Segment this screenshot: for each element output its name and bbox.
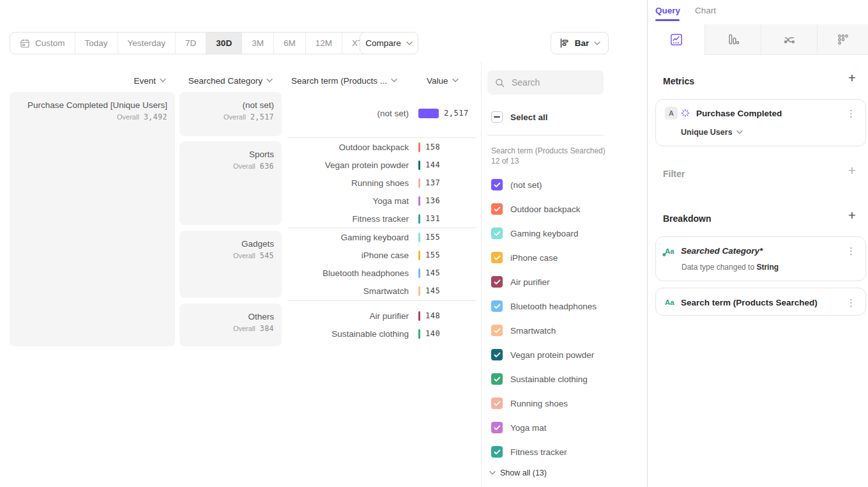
checkbox-air-purifier[interactable] bbox=[491, 276, 503, 288]
filter-item-label: Smartwatch bbox=[510, 326, 556, 336]
calendar-icon bbox=[20, 38, 30, 49]
filter-item-smartwatch[interactable]: Smartwatch bbox=[487, 323, 556, 338]
checkbox-vegan-protein-powder[interactable] bbox=[491, 349, 503, 360]
checkbox-bluetooth-headphones[interactable] bbox=[491, 300, 503, 312]
search-box bbox=[487, 70, 604, 95]
metric-options-icon[interactable]: ⋮ bbox=[844, 107, 858, 120]
row-value: 2,517 bbox=[444, 109, 469, 118]
show-all-button[interactable]: Show all (13) bbox=[489, 468, 547, 477]
table-row-vegan-protein-powder[interactable]: Vegan protein powder144 bbox=[287, 156, 479, 174]
column-header-search-term[interactable]: Search term (Products ... bbox=[291, 75, 397, 86]
date-range-label: 12M bbox=[316, 38, 332, 48]
category-cell-not-set[interactable]: (not set)Overall2,517 bbox=[179, 92, 282, 136]
bar-chart-icon bbox=[559, 38, 570, 49]
filter-item-sustainable-clothing[interactable]: Sustainable clothing bbox=[487, 371, 588, 387]
table-row-running-shoes[interactable]: Running shoes137 bbox=[287, 174, 479, 192]
table-row-bluetooth-headphones[interactable]: Bluetooth headphones145 bbox=[287, 264, 479, 282]
checkbox-yoga-mat[interactable] bbox=[491, 422, 503, 433]
add-breakdown-button[interactable]: + bbox=[847, 210, 857, 221]
viz-tab-flows[interactable] bbox=[761, 24, 817, 55]
date-range-3m[interactable]: 3M bbox=[242, 33, 274, 54]
checkbox-fitness-tracker[interactable] bbox=[491, 446, 503, 458]
filter-item-not-set[interactable]: (not set) bbox=[487, 177, 542, 192]
row-term-label: Running shoes bbox=[287, 178, 409, 188]
date-range-today[interactable]: Today bbox=[75, 33, 118, 54]
viz-tab-retention[interactable] bbox=[817, 24, 868, 55]
tab-chart[interactable]: Chart bbox=[695, 6, 716, 15]
table-row-smartwatch[interactable]: Smartwatch145 bbox=[287, 282, 479, 300]
filter-item-air-purifier[interactable]: Air purifier bbox=[487, 274, 550, 290]
filter-item-yoga-mat[interactable]: Yoga mat bbox=[487, 420, 547, 435]
date-range-7d[interactable]: 7D bbox=[176, 33, 206, 54]
filter-item-fitness-tracker[interactable]: Fitness tracker bbox=[487, 444, 567, 460]
value-bar bbox=[418, 143, 420, 152]
metric-measurement-dropdown[interactable]: Unique Users bbox=[681, 128, 743, 137]
checkbox-iphone-case[interactable] bbox=[491, 252, 503, 263]
filter-item-iphone-case[interactable]: iPhone case bbox=[487, 250, 558, 265]
filter-item-label: Vegan protein powder bbox=[510, 350, 594, 360]
breakdown-options-icon[interactable]: ⋮ bbox=[844, 297, 858, 309]
date-range-6m[interactable]: 6M bbox=[274, 33, 306, 54]
category-cell-gadgets[interactable]: GadgetsOverall545 bbox=[179, 231, 282, 298]
breakdown-card-searched-category[interactable]: Aa✱ Searched Category* ⋮ Data type chang… bbox=[655, 236, 866, 281]
chevron-down-icon bbox=[391, 79, 397, 82]
breakdown-options-icon[interactable]: ⋮ bbox=[844, 245, 858, 257]
date-range-group: CustomTodayYesterday7D30D3M6M12MXTD bbox=[10, 32, 391, 54]
filter-item-bluetooth-headphones[interactable]: Bluetooth headphones bbox=[487, 298, 597, 314]
checkbox-smartwatch[interactable] bbox=[491, 325, 503, 336]
category-cell-sports[interactable]: SportsOverall636 bbox=[179, 141, 282, 225]
category-cell-others[interactable]: OthersOverall384 bbox=[179, 304, 282, 346]
column-header-searched-category[interactable]: Searched Category bbox=[179, 75, 273, 86]
row-term-label: (not set) bbox=[287, 109, 409, 118]
category-overall: Overall545 bbox=[233, 251, 274, 260]
date-range-30d[interactable]: 30D bbox=[206, 33, 242, 54]
filter-item-vegan-protein-powder[interactable]: Vegan protein powder bbox=[487, 347, 594, 362]
date-range-yesterday[interactable]: Yesterday bbox=[118, 33, 176, 54]
table-row-air-purifier[interactable]: Air purifier148 bbox=[287, 307, 479, 325]
select-all-checkbox[interactable] bbox=[491, 111, 503, 123]
viz-tab-funnels[interactable] bbox=[704, 24, 761, 55]
checkbox-gaming-keyboard[interactable] bbox=[491, 228, 503, 239]
filter-item-label: Fitness tracker bbox=[510, 447, 567, 457]
tab-query[interactable]: Query bbox=[655, 6, 680, 15]
select-all-row[interactable]: Select all bbox=[487, 111, 548, 123]
row-value: 145 bbox=[425, 286, 440, 295]
table-row-yoga-mat[interactable]: Yoga mat136 bbox=[287, 192, 479, 210]
select-all-label: Select all bbox=[510, 112, 548, 122]
compare-button[interactable]: Compare bbox=[360, 32, 418, 54]
rows-group-others: Air purifier148Sustainable clothing140 bbox=[287, 307, 479, 343]
add-metric-button[interactable]: + bbox=[847, 72, 857, 84]
viz-tab-insights[interactable] bbox=[648, 24, 704, 55]
table-row-sustainable-clothing[interactable]: Sustainable clothing140 bbox=[287, 325, 479, 343]
column-header-event[interactable]: Event bbox=[10, 75, 166, 86]
date-range-12m[interactable]: 12M bbox=[306, 33, 342, 54]
metric-measurement-label: Unique Users bbox=[681, 128, 733, 137]
breakdown-name: Search term (Products Searched) bbox=[681, 298, 818, 307]
column-header-label: Event bbox=[133, 76, 156, 86]
value-bar bbox=[418, 178, 420, 188]
table-row-fitness-tracker[interactable]: Fitness tracker131 bbox=[287, 210, 479, 228]
filter-item-outdoor-backpack[interactable]: Outdoor backpack bbox=[487, 201, 581, 217]
table-row-outdoor-backpack[interactable]: Outdoor backpack158 bbox=[287, 138, 479, 156]
event-cell[interactable]: Purchase Completed [Unique Users] Overal… bbox=[10, 92, 175, 346]
filter-item-running-shoes[interactable]: Running shoes bbox=[487, 396, 568, 411]
date-range-custom[interactable]: Custom bbox=[10, 33, 75, 54]
chart-type-button[interactable]: Bar bbox=[551, 32, 609, 54]
checkbox-not-set[interactable] bbox=[491, 179, 503, 190]
row-term-label: Sustainable clothing bbox=[287, 329, 409, 339]
filter-section-title: Filter bbox=[663, 169, 685, 179]
filter-item-gaming-keyboard[interactable]: Gaming keyboard bbox=[487, 226, 579, 241]
table-row-gaming-keyboard[interactable]: Gaming keyboard155 bbox=[287, 228, 479, 246]
metric-card[interactable]: A Purchase Completed ⋮ Unique Users bbox=[655, 99, 866, 146]
date-range-label: 6M bbox=[284, 38, 296, 48]
retention-icon bbox=[836, 33, 850, 47]
add-filter-button[interactable]: + bbox=[847, 165, 857, 176]
column-header-value[interactable]: Value bbox=[427, 75, 459, 86]
checkbox-outdoor-backpack[interactable] bbox=[491, 203, 503, 215]
search-input[interactable] bbox=[510, 77, 587, 88]
breakdown-card-search-term[interactable]: Aa Search term (Products Searched) ⋮ bbox=[655, 288, 866, 316]
table-row-iphone-case[interactable]: iPhone case155 bbox=[287, 246, 479, 264]
table-row-not-set[interactable]: (not set)2,517 bbox=[287, 104, 479, 122]
checkbox-running-shoes[interactable] bbox=[491, 398, 503, 409]
checkbox-sustainable-clothing[interactable] bbox=[491, 373, 503, 385]
